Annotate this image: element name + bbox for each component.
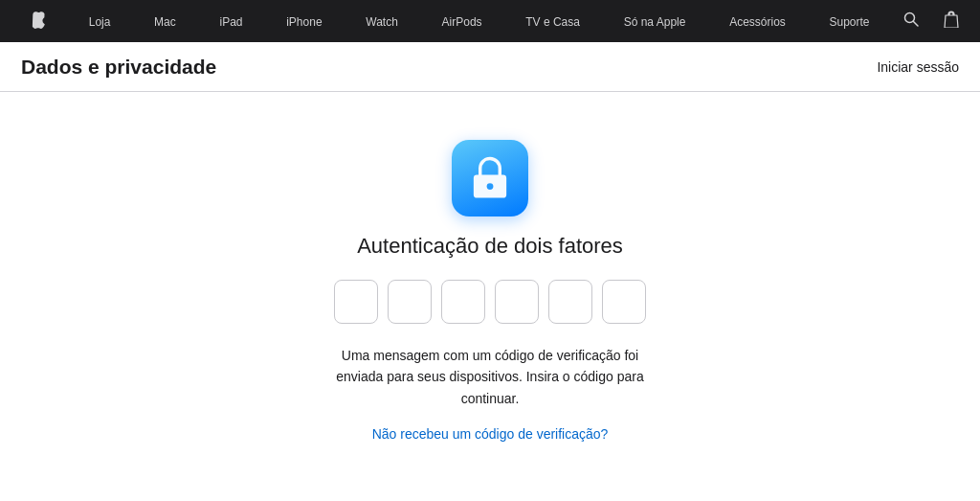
code-input-group [334,280,646,324]
page-title: Dados e privacidade [21,56,216,79]
sign-in-link[interactable]: Iniciar sessão [877,59,959,75]
code-input-3[interactable] [441,280,485,324]
nav-item-mac[interactable]: Mac [145,15,186,29]
nav-apple-logo[interactable] [21,18,55,32]
auth-description: Uma mensagem com um código de verificaçã… [318,345,662,409]
main-content: Autenticação de dois fatores Uma mensage… [0,92,980,501]
nav-item-loja[interactable]: Loja [79,15,121,29]
code-input-5[interactable] [548,280,592,324]
bag-icon[interactable] [944,14,959,31]
navbar: Loja Mac iPad iPhone Watch AirPods TV e … [0,0,980,42]
nav-item-tv[interactable]: TV e Casa [516,15,590,29]
nav-item-airpods[interactable]: AirPods [433,15,492,29]
auth-title: Autenticação de dois fatores [357,234,623,259]
search-icon[interactable] [903,13,919,30]
code-input-4[interactable] [495,280,539,324]
code-input-6[interactable] [602,280,646,324]
nav-item-acessorios[interactable]: Acessórios [720,15,795,29]
nav-item-sonaapple[interactable]: Só na Apple [614,15,696,29]
subheader: Dados e privacidade Iniciar sessão [0,42,980,92]
lock-icon [452,140,528,216]
resend-code-link[interactable]: Não recebeu um código de verificação? [372,426,609,442]
code-input-2[interactable] [388,280,432,324]
nav-item-watch[interactable]: Watch [356,15,408,29]
code-input-1[interactable] [334,280,378,324]
nav-item-iphone[interactable]: iPhone [277,15,331,29]
svg-line-1 [914,22,919,27]
nav-item-ipad[interactable]: iPad [210,15,252,29]
nav-item-suporte[interactable]: Suporte [820,15,880,29]
